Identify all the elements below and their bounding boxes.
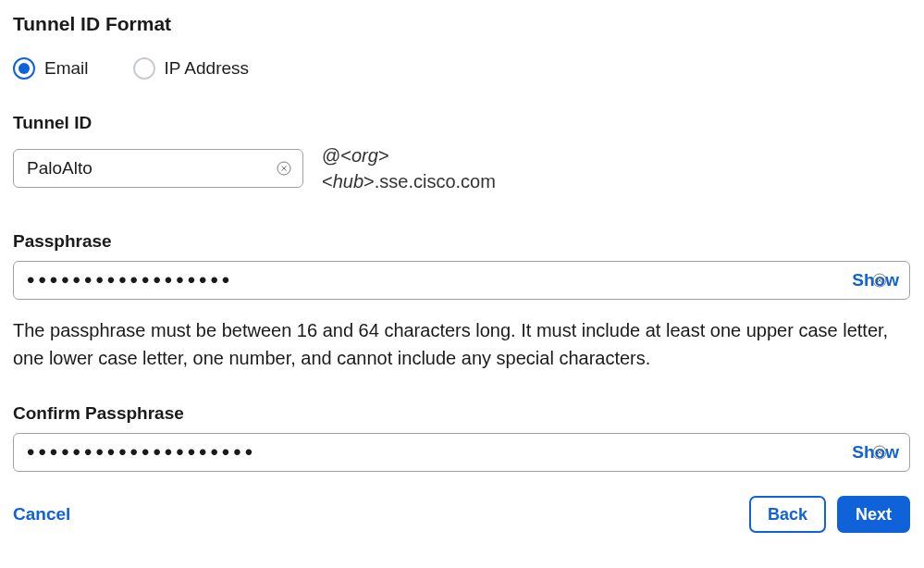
suffix-l2-suffix: >.sse.cisco.com [363, 171, 496, 191]
passphrase-actions: Show [852, 270, 899, 290]
suffix-l1-suffix: > [378, 145, 389, 166]
tunnel-id-input[interactable] [13, 149, 303, 188]
radio-label-ip: IP Address [165, 58, 250, 79]
tunnel-id-input-wrapper [13, 149, 303, 188]
passphrase-section: Passphrase Show [13, 231, 911, 300]
radio-label-email: Email [44, 58, 89, 79]
suffix-line2: <hub>.sse.cisco.com [322, 168, 496, 194]
passphrase-label: Passphrase [13, 231, 911, 252]
x-circle-icon [277, 161, 291, 176]
suffix-l1-org: org [351, 145, 378, 166]
suffix-l1-prefix: @< [322, 145, 351, 166]
confirm-actions: Show [852, 442, 899, 463]
radio-circle-email [13, 57, 35, 80]
passphrase-help-text: The passphrase must be between 16 and 64… [13, 316, 901, 372]
tunnel-id-suffix: @<org> <hub>.sse.cisco.com [322, 142, 496, 194]
footer-right: Back Next [749, 496, 910, 533]
confirm-passphrase-label: Confirm Passphrase [13, 403, 911, 424]
passphrase-input[interactable] [13, 261, 910, 300]
radio-option-ip[interactable]: IP Address [133, 57, 250, 80]
back-button[interactable]: Back [749, 496, 826, 533]
tunnel-id-label: Tunnel ID [13, 113, 911, 133]
confirm-clear-icon[interactable] [871, 444, 888, 461]
confirm-passphrase-input-wrapper: Show [13, 433, 910, 472]
passphrase-input-wrapper: Show [13, 261, 910, 300]
tunnel-id-row: @<org> <hub>.sse.cisco.com [13, 142, 911, 194]
x-circle-icon [872, 273, 887, 288]
next-button[interactable]: Next [837, 496, 910, 533]
radio-option-email[interactable]: Email [13, 57, 89, 80]
clear-icon[interactable] [276, 160, 292, 177]
suffix-l2-hub: hub [333, 171, 363, 191]
cancel-button[interactable]: Cancel [13, 504, 70, 525]
confirm-passphrase-section: Confirm Passphrase Show [13, 403, 911, 472]
footer: Cancel Back Next [13, 496, 910, 533]
tunnel-id-format-radio-group: Email IP Address [13, 57, 911, 80]
passphrase-clear-icon[interactable] [871, 272, 888, 289]
confirm-passphrase-input[interactable] [13, 433, 910, 472]
suffix-l2-prefix: < [322, 171, 333, 191]
radio-circle-ip [133, 57, 155, 80]
x-circle-icon [872, 445, 887, 460]
radio-dot [18, 63, 30, 74]
suffix-line1: @<org> [322, 142, 496, 168]
section-title: Tunnel ID Format [13, 13, 911, 35]
